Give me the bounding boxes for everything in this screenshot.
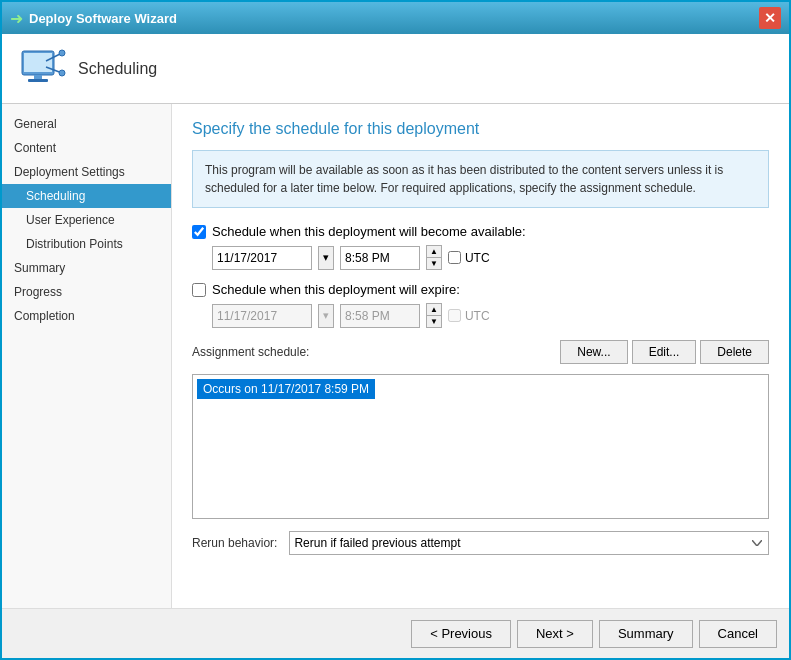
info-box: This program will be available as soon a… [192,150,769,208]
sidebar-item-scheduling[interactable]: Scheduling [2,184,171,208]
available-checkbox[interactable] [192,225,206,239]
sidebar-item-distribution-points[interactable]: Distribution Points [2,232,171,256]
available-schedule-group: Schedule when this deployment will becom… [192,224,769,270]
available-utc-group: UTC [448,251,490,265]
info-text: This program will be available as soon a… [205,163,723,195]
deploy-software-wizard: ➜ Deploy Software Wizard ✕ Scheduling [0,0,791,660]
available-spin-up[interactable]: ▲ [427,246,441,258]
sidebar-item-summary[interactable]: Summary [2,256,171,280]
summary-button[interactable]: Summary [599,620,693,648]
next-button[interactable]: Next > [517,620,593,648]
svg-rect-2 [34,75,42,79]
wizard-header: Scheduling [2,34,789,104]
sidebar-item-deployment-settings[interactable]: Deployment Settings [2,160,171,184]
rerun-label: Rerun behavior: [192,536,277,550]
rerun-select[interactable]: Rerun if failed previous attempt [289,531,769,555]
available-utc-checkbox[interactable] [448,251,461,264]
expire-time-input[interactable] [340,304,420,328]
expire-date-dropdown[interactable]: ▾ [318,304,334,328]
expire-datetime-row: ▾ ▲ ▼ UTC [212,303,769,328]
assignment-list: Occurs on 11/17/2017 8:59 PM [192,374,769,519]
close-button[interactable]: ✕ [759,7,781,29]
available-date-input[interactable] [212,246,312,270]
assignment-label: Assignment schedule: [192,345,309,359]
main-content: Specify the schedule for this deployment… [172,104,789,608]
expire-checkbox[interactable] [192,283,206,297]
content-area: General Content Deployment Settings Sche… [2,104,789,608]
sidebar: General Content Deployment Settings Sche… [2,104,172,608]
expire-schedule-group: Schedule when this deployment will expir… [192,282,769,328]
assignment-group: Assignment schedule: New... Edit... Dele… [192,340,769,519]
header-title: Scheduling [78,60,157,78]
delete-button[interactable]: Delete [700,340,769,364]
svg-rect-1 [24,53,52,72]
svg-rect-3 [28,79,48,82]
cancel-button[interactable]: Cancel [699,620,777,648]
previous-button[interactable]: < Previous [411,620,511,648]
sidebar-item-content[interactable]: Content [2,136,171,160]
available-time-input[interactable] [340,246,420,270]
available-datetime-row: ▾ ▲ ▼ UTC [212,245,769,270]
sidebar-item-user-experience[interactable]: User Experience [2,208,171,232]
title-bar: ➜ Deploy Software Wizard ✕ [2,2,789,34]
expire-time-spinner[interactable]: ▲ ▼ [426,303,442,328]
expire-spin-up[interactable]: ▲ [427,304,441,316]
available-date-dropdown[interactable]: ▾ [318,246,334,270]
wizard-footer: < Previous Next > Summary Cancel [2,608,789,658]
svg-point-5 [59,50,65,56]
new-button[interactable]: New... [560,340,627,364]
expire-checkbox-row: Schedule when this deployment will expir… [192,282,769,297]
available-checkbox-label: Schedule when this deployment will becom… [212,224,526,239]
assignment-list-item[interactable]: Occurs on 11/17/2017 8:59 PM [197,379,375,399]
sidebar-item-progress[interactable]: Progress [2,280,171,304]
header-icon [18,45,66,93]
rerun-group: Rerun behavior: Rerun if failed previous… [192,531,769,555]
expire-utc-checkbox[interactable] [448,309,461,322]
available-time-spinner[interactable]: ▲ ▼ [426,245,442,270]
expire-date-input[interactable] [212,304,312,328]
assignment-buttons: New... Edit... Delete [560,340,769,364]
window-title: Deploy Software Wizard [29,11,177,26]
edit-button[interactable]: Edit... [632,340,697,364]
svg-point-7 [59,70,65,76]
available-spin-down[interactable]: ▼ [427,258,441,269]
expire-utc-group: UTC [448,309,490,323]
available-checkbox-row: Schedule when this deployment will becom… [192,224,769,239]
expire-spin-down[interactable]: ▼ [427,316,441,327]
sidebar-item-completion[interactable]: Completion [2,304,171,328]
expire-utc-label: UTC [465,309,490,323]
arrow-icon: ➜ [10,9,23,28]
page-title: Specify the schedule for this deployment [192,120,769,138]
title-bar-left: ➜ Deploy Software Wizard [10,9,177,28]
expire-checkbox-label: Schedule when this deployment will expir… [212,282,460,297]
available-utc-label: UTC [465,251,490,265]
sidebar-item-general[interactable]: General [2,112,171,136]
